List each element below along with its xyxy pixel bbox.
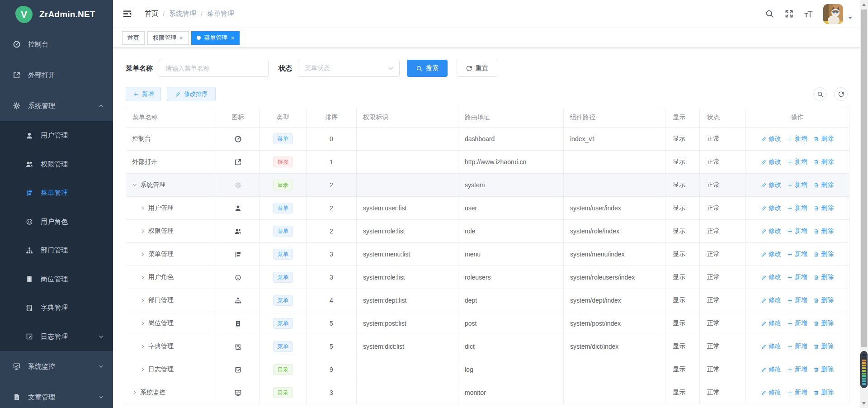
delete-link[interactable]: 删除 bbox=[813, 273, 834, 281]
delete-link[interactable]: 删除 bbox=[813, 342, 834, 351]
delete-link[interactable]: 删除 bbox=[813, 181, 834, 189]
refresh-table-button[interactable] bbox=[834, 87, 848, 101]
edit-link[interactable]: 修改 bbox=[761, 342, 781, 351]
delete-link[interactable]: 删除 bbox=[813, 250, 834, 258]
add-link[interactable]: 新增 bbox=[787, 365, 807, 374]
edit-link[interactable]: 修改 bbox=[761, 204, 781, 212]
sidebar-item-article[interactable]: 文章管理 bbox=[0, 382, 113, 408]
tree-expand-icon[interactable] bbox=[140, 228, 146, 234]
tab-首页[interactable]: 首页 bbox=[122, 31, 145, 45]
edit-link[interactable]: 修改 bbox=[761, 250, 781, 258]
edit-sort-button[interactable]: 修改排序 bbox=[167, 87, 216, 101]
type-tag: 菜单 bbox=[273, 133, 293, 144]
add-link[interactable]: 新增 bbox=[787, 296, 807, 304]
tree-expand-icon[interactable] bbox=[140, 205, 146, 211]
caret-down-icon[interactable] bbox=[847, 15, 853, 21]
reset-button[interactable]: 重置 bbox=[457, 60, 497, 77]
tab-菜单管理[interactable]: 菜单管理× bbox=[191, 31, 240, 45]
page-scrollbar[interactable] bbox=[860, 0, 868, 408]
sidebar-item-dept[interactable]: 部门管理 bbox=[0, 236, 113, 265]
sidebar-toggle-icon[interactable] bbox=[122, 9, 132, 19]
cell-visible: 显示 bbox=[665, 220, 700, 243]
edit-link[interactable]: 修改 bbox=[761, 273, 781, 281]
font-size-icon[interactable] bbox=[804, 9, 813, 19]
delete-link[interactable]: 删除 bbox=[813, 389, 834, 397]
delete-link[interactable]: 删除 bbox=[813, 204, 834, 212]
avatar[interactable] bbox=[823, 4, 843, 24]
row-actions: 修改新增删除 bbox=[745, 135, 849, 143]
tree-cell: 权限管理 bbox=[126, 227, 216, 235]
tree-expand-icon[interactable] bbox=[140, 275, 146, 280]
action-label: 删除 bbox=[821, 273, 834, 281]
scrollbar-up-icon[interactable] bbox=[862, 3, 866, 6]
action-label: 修改 bbox=[769, 296, 781, 304]
tree-expand-icon[interactable] bbox=[140, 321, 146, 326]
add-link[interactable]: 新增 bbox=[787, 250, 807, 258]
delete-link[interactable]: 删除 bbox=[813, 319, 834, 327]
add-link[interactable]: 新增 bbox=[787, 319, 807, 327]
fullscreen-icon[interactable] bbox=[784, 9, 794, 19]
scrollbar-thumb[interactable] bbox=[861, 9, 867, 347]
add-link[interactable]: 新增 bbox=[787, 227, 807, 235]
edit-link[interactable]: 修改 bbox=[761, 135, 781, 143]
cell-component: system/role/index bbox=[564, 220, 665, 243]
edit-link[interactable]: 修改 bbox=[761, 227, 781, 235]
delete-link[interactable]: 删除 bbox=[813, 365, 834, 374]
edit-link[interactable]: 修改 bbox=[761, 365, 781, 374]
add-link[interactable]: 新增 bbox=[787, 135, 807, 143]
close-icon[interactable]: × bbox=[179, 35, 183, 41]
delete-link[interactable]: 删除 bbox=[813, 296, 834, 304]
edit-link[interactable]: 修改 bbox=[761, 389, 781, 397]
sidebar-item-menu[interactable]: 菜单管理 bbox=[0, 179, 113, 208]
sidebar-item-log[interactable]: 日志管理 bbox=[0, 323, 113, 351]
search-icon bbox=[817, 91, 824, 98]
edit-link[interactable]: 修改 bbox=[761, 158, 781, 166]
cell-route: system bbox=[458, 174, 564, 197]
delete-link[interactable]: 删除 bbox=[813, 135, 834, 143]
scrollbar-down-icon[interactable] bbox=[862, 402, 866, 405]
status-select[interactable]: 菜单状态 bbox=[298, 60, 400, 77]
add-link[interactable]: 新增 bbox=[787, 389, 807, 397]
menu-table-wrap: 菜单名称图标类型排序权限标识路由地址组件路径显示状态操作 控制台菜单0dashb… bbox=[126, 108, 848, 404]
add-link[interactable]: 新增 bbox=[787, 342, 807, 351]
sidebar-item-dict[interactable]: 字典管理 bbox=[0, 294, 113, 323]
tree-expand-icon[interactable] bbox=[140, 367, 146, 372]
sidebar-item-user[interactable]: 用户管理 bbox=[0, 121, 113, 150]
sidebar-item-role[interactable]: 权限管理 bbox=[0, 150, 113, 179]
add-link[interactable]: 新增 bbox=[787, 181, 807, 189]
search-icon[interactable] bbox=[765, 9, 774, 19]
delete-link[interactable]: 删除 bbox=[813, 158, 834, 166]
edit-link[interactable]: 修改 bbox=[761, 296, 781, 304]
search-button[interactable]: 搜索 bbox=[407, 60, 448, 77]
sidebar-item-external[interactable]: 外部打开 bbox=[0, 60, 113, 90]
add-button[interactable]: 新增 bbox=[126, 87, 161, 101]
strip-color-bar bbox=[862, 373, 866, 375]
add-link[interactable]: 新增 bbox=[787, 273, 807, 281]
tree-expand-icon[interactable] bbox=[140, 344, 146, 349]
edit-link[interactable]: 修改 bbox=[761, 181, 781, 189]
theme-strip-widget[interactable] bbox=[860, 351, 868, 388]
cell-status: 正常 bbox=[700, 358, 745, 381]
breadcrumb-item[interactable]: 首页 bbox=[145, 9, 158, 18]
sidebar-item-roleusers[interactable]: 用户角色 bbox=[0, 208, 113, 237]
tree-collapse-icon[interactable] bbox=[132, 182, 137, 188]
add-link[interactable]: 新增 bbox=[787, 204, 807, 212]
add-link[interactable]: 新增 bbox=[787, 158, 807, 166]
tree-expand-icon[interactable] bbox=[132, 390, 137, 395]
tree-expand-icon[interactable] bbox=[140, 298, 146, 303]
edit-link[interactable]: 修改 bbox=[761, 319, 781, 327]
sidebar-item-system[interactable]: 系统管理 bbox=[0, 90, 113, 121]
sidebar-item-post[interactable]: 岗位管理 bbox=[0, 265, 113, 294]
delete-link[interactable]: 删除 bbox=[813, 227, 834, 235]
sidebar-item-dashboard[interactable]: 控制台 bbox=[0, 29, 113, 60]
cell-perm bbox=[357, 128, 458, 151]
close-icon[interactable]: × bbox=[231, 35, 234, 41]
row-actions: 修改新增删除 bbox=[745, 250, 849, 258]
tree-cell: 用户角色 bbox=[126, 273, 216, 281]
pencil-icon bbox=[761, 136, 767, 142]
tab-权限管理[interactable]: 权限管理× bbox=[147, 31, 189, 45]
sidebar-item-monitor[interactable]: 系统监控 bbox=[0, 351, 113, 382]
tree-expand-icon[interactable] bbox=[140, 251, 146, 257]
menu-name-input[interactable] bbox=[159, 60, 269, 77]
show-search-button[interactable] bbox=[813, 87, 827, 101]
